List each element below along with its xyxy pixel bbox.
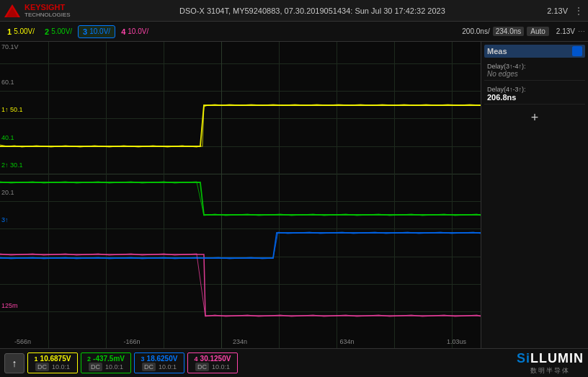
ch4-ratio: 10.0:1: [212, 363, 230, 371]
x-axis-labels: -566n -166n 234n 634n 1.03us: [0, 338, 481, 345]
ch3-dc: DC: [142, 363, 156, 371]
ch3-status[interactable]: 3 18.6250V DC 10.0:1: [134, 352, 184, 373]
waveform-display: [0, 42, 481, 348]
ch3-val: 10.0V/: [89, 27, 110, 35]
ch3-status-num: 3: [141, 355, 145, 363]
x-label-5: 1.03us: [447, 338, 466, 345]
time-settings: 200.0ns/ 234.0ns Auto 2.13V ⋯: [462, 27, 585, 36]
more-icon: ⋯: [578, 27, 585, 35]
ch3-status-val: 18.6250V: [147, 355, 178, 363]
silumin-llumin: LLUMIN: [530, 351, 584, 365]
keysight-logo: KEYSIGHT TECHNOLOGIES: [4, 3, 71, 18]
ch3-ratio: 10.0:1: [159, 363, 177, 371]
header-title: DSO-X 3104T, MY59240883, 07.30.201905143…: [78, 6, 548, 15]
ch4-num: 4: [121, 27, 125, 36]
header-bar: KEYSIGHT TECHNOLOGIES DSO-X 3104T, MY592…: [0, 0, 588, 22]
x-label-1: -566n: [14, 338, 31, 345]
meas-delay-1: Delay(3↑-4↑): No edges: [484, 61, 585, 81]
silumin-si: Si: [517, 351, 530, 365]
channel-3-btn[interactable]: 3 10.0V/: [78, 25, 115, 38]
x-label-2: -166n: [123, 338, 140, 345]
channel-1-btn[interactable]: 1 5.00V/: [3, 26, 39, 37]
ch2-val: 5.00V/: [51, 27, 72, 35]
ch2-status-val: -437.5mV: [93, 355, 125, 363]
meas-add-button[interactable]: +: [484, 107, 585, 128]
time-mode: Auto: [527, 27, 549, 36]
ch2-ratio: 10.0:1: [105, 363, 123, 371]
side-panel: Meas Delay(3↑-4↑): No edges Delay(4↑-3↑)…: [481, 42, 588, 348]
logo-icon: [4, 4, 20, 17]
ch1-ratio: 10.0:1: [52, 363, 70, 371]
channel-2-btn[interactable]: 2 5.00V/: [40, 26, 76, 37]
time-delay: 234.0ns: [493, 27, 525, 36]
ch2-status-num: 2: [87, 355, 91, 363]
silumin-name: SiLLUMIN: [517, 351, 584, 366]
meas-delay-2: Delay(4↑-3↑): 206.8ns: [484, 84, 585, 105]
ch4-status-num: 4: [195, 355, 198, 363]
ch2-status[interactable]: 2 -437.5mV DC 10.0:1: [81, 352, 131, 373]
ch1-dc: DC: [35, 363, 49, 371]
meas-indicator: [572, 46, 582, 56]
logo-sub: TECHNOLOGIES: [24, 12, 71, 18]
measurements-header: Meas: [484, 45, 585, 58]
ch1-status[interactable]: 1 10.6875V DC 10.0:1: [27, 352, 78, 373]
main-area: 70.1V 60.1 1↑ 50.1 40.1 2↑ 30.1 20.1 3↑ …: [0, 42, 588, 348]
logo-brand: KEYSIGHT: [24, 3, 71, 12]
ch4-status[interactable]: 4 30.1250V DC 10.0:1: [187, 352, 238, 373]
ch2-num: 2: [45, 27, 49, 36]
ch4-val: 10.0V/: [128, 27, 148, 35]
channel-bar: 1 5.00V/ 2 5.00V/ 3 10.0V/ 4 10.0V/ 200.…: [0, 22, 588, 42]
voltage-display: 2.13V: [556, 27, 575, 35]
nav-up-button[interactable]: ↑: [4, 353, 24, 373]
x-label-4: 634n: [339, 338, 354, 345]
meas-delay-2-label: Delay(4↑-3↑):: [487, 86, 582, 93]
meas-delay-1-value: No edges: [487, 70, 582, 78]
nav-up-icon: ↑: [12, 358, 17, 369]
scope-plot: 70.1V 60.1 1↑ 50.1 40.1 2↑ 30.1 20.1 3↑ …: [0, 42, 481, 348]
ch3-num: 3: [83, 27, 87, 36]
silumin-logo: SiLLUMIN 数明半导体: [517, 351, 584, 376]
x-label-3: 234n: [233, 338, 247, 345]
silumin-sub: 数明半导体: [517, 366, 584, 376]
meas-title: Meas: [487, 47, 507, 56]
meas-delay-2-value: 206.8ns: [487, 93, 582, 102]
timebase-div: 200.0ns/: [462, 27, 489, 35]
ch4-status-val: 30.1250V: [200, 355, 231, 363]
meas-delay-1-label: Delay(3↑-4↑):: [487, 63, 582, 70]
channel-4-btn[interactable]: 4 10.0V/: [117, 26, 153, 37]
ch1-status-val: 10.6875V: [40, 355, 71, 363]
menu-icon: ⋮: [574, 5, 584, 17]
ch2-dc: DC: [89, 363, 102, 371]
voltage-reading: 2.13V: [547, 6, 568, 15]
ch1-status-num: 1: [35, 355, 38, 363]
header-right: 2.13V ⋮: [547, 5, 584, 17]
bottom-bar: ↑ 1 10.6875V DC 10.0:1 2 -437.5mV DC 10.…: [0, 348, 588, 377]
ch4-dc: DC: [195, 363, 209, 371]
ch1-val: 5.00V/: [14, 27, 35, 35]
ch1-num: 1: [7, 27, 12, 36]
